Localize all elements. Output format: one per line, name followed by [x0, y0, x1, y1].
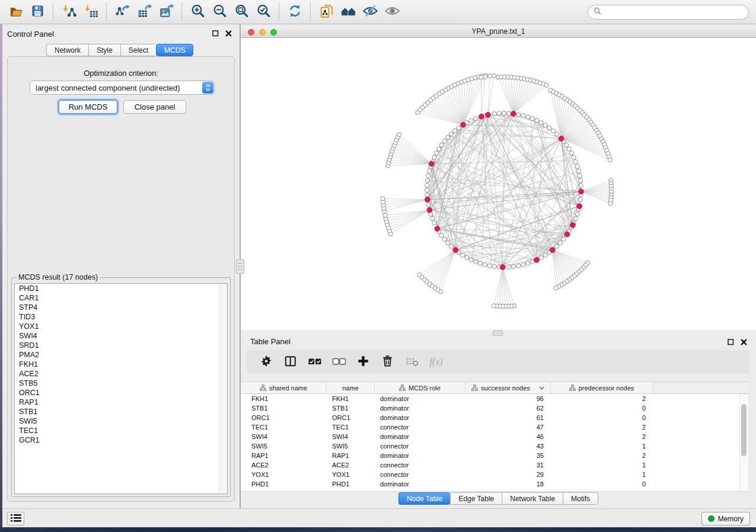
mcds-result-item[interactable]: STB5: [15, 379, 227, 388]
table-row[interactable]: STB1STB1dominator620: [241, 403, 748, 413]
optimization-criterion-select[interactable]: largest connected component (undirected): [30, 81, 215, 95]
run-mcds-button[interactable]: Run MCDS: [59, 100, 117, 114]
close-panel-button[interactable]: Close panel: [123, 100, 186, 114]
tab-style[interactable]: Style: [88, 44, 120, 56]
table-row[interactable]: PHD1PHD1dominator180: [241, 479, 748, 489]
table-panel-close-button[interactable]: [740, 338, 748, 346]
panel-splitter-handle[interactable]: [236, 259, 244, 274]
zoom-out-icon: [212, 4, 227, 20]
select-stepper-icon: [202, 82, 213, 94]
column-header-successor-nodes[interactable]: successor nodes: [465, 382, 551, 393]
control-panel-float-button[interactable]: [212, 30, 219, 37]
first-neighbors-icon: [340, 3, 356, 21]
select-all-button[interactable]: [302, 352, 327, 372]
first-neighbors-button[interactable]: [337, 2, 359, 22]
save-session-button[interactable]: [27, 2, 49, 22]
mcds-result-item[interactable]: STB1: [15, 407, 227, 416]
add-column-button[interactable]: [351, 352, 375, 372]
column-header-shared-name[interactable]: shared name: [241, 382, 327, 393]
minimize-traffic-light[interactable]: [259, 29, 266, 36]
mcds-result-item[interactable]: PMA2: [15, 350, 227, 360]
cell-shared-name: FKH1: [241, 394, 327, 403]
table-row[interactable]: ORC1ORC1dominator610: [241, 413, 748, 422]
export-network-button[interactable]: [111, 2, 133, 22]
column-header-MCDS-role[interactable]: MCDS role: [375, 382, 465, 393]
table-row[interactable]: RAP1RAP1dominator352: [241, 451, 748, 460]
zoom-in-button[interactable]: [187, 2, 209, 22]
close-traffic-light[interactable]: [248, 29, 254, 36]
show-all-button[interactable]: [381, 2, 403, 22]
tab-network-table[interactable]: Network Table: [502, 492, 563, 505]
mcds-result-item[interactable]: SRD1: [15, 341, 227, 350]
mcds-result-item[interactable]: GCR1: [15, 435, 227, 445]
import-network-button[interactable]: [58, 2, 80, 22]
clone-network-button[interactable]: [315, 2, 337, 22]
deselect-all-icon: [332, 354, 346, 370]
table-row[interactable]: TEC1TEC1connector472: [241, 422, 748, 432]
tab-motifs[interactable]: Motifs: [563, 492, 598, 505]
hide-selected-button[interactable]: [359, 2, 381, 22]
cell-name: YOX1: [327, 470, 375, 479]
table-row[interactable]: FKH1FKH1dominator962: [241, 394, 748, 403]
open-file-button[interactable]: [5, 2, 27, 22]
mcds-result-item[interactable]: ORC1: [15, 388, 227, 398]
table-row[interactable]: ACE2ACE2connector311: [241, 460, 748, 470]
tab-edge-table[interactable]: Edge Table: [450, 492, 502, 505]
mcds-result-item[interactable]: SWI5: [15, 416, 227, 426]
table-splitter-handle[interactable]: [493, 330, 503, 336]
zoom-fit-button[interactable]: [231, 2, 253, 22]
mcds-result-item[interactable]: RAP1: [15, 398, 227, 407]
mcds-result-item[interactable]: PHD1: [15, 284, 227, 293]
table-row[interactable]: SWI5SWI5connector431: [241, 441, 748, 451]
mcds-result-item[interactable]: YOX1: [15, 322, 227, 331]
sort-chevron-icon[interactable]: [539, 386, 544, 390]
table-scrollbar-track[interactable]: [739, 394, 748, 491]
tab-node-table[interactable]: Node Table: [398, 492, 451, 505]
export-table-button[interactable]: [133, 2, 155, 22]
table-row[interactable]: YOX1YOX1connector291: [241, 470, 748, 479]
tab-mcds[interactable]: MCDS: [156, 44, 193, 56]
import-table-button[interactable]: [80, 2, 102, 22]
control-panel-close-button[interactable]: [225, 30, 232, 37]
cell-shared-name: SWI4: [241, 432, 327, 441]
memory-button[interactable]: Memory: [701, 512, 750, 525]
settings-button[interactable]: [254, 352, 278, 372]
search-box[interactable]: [588, 5, 749, 20]
memory-status-icon: [708, 515, 714, 522]
refresh-button[interactable]: [284, 2, 306, 22]
table-scrollbar-thumb[interactable]: [741, 404, 747, 456]
task-history-button[interactable]: [7, 512, 24, 525]
application-window: Control Panel NetworkStyleSelectMCDS Opt…: [0, 0, 756, 532]
cell-MCDS-role: connector: [375, 470, 465, 479]
function-builder-icon: f(x): [429, 357, 442, 367]
columns-button[interactable]: [278, 352, 302, 372]
export-image-button[interactable]: [155, 2, 177, 22]
mcds-result-item[interactable]: ACE2: [15, 369, 227, 379]
delete-table-button[interactable]: [400, 352, 424, 372]
control-panel-title: Control Panel: [7, 30, 54, 39]
tab-select[interactable]: Select: [120, 44, 156, 56]
mcds-result-item[interactable]: TEC1: [15, 426, 227, 435]
mcds-result-item[interactable]: TID3: [15, 312, 227, 322]
mcds-result-item[interactable]: STP4: [15, 303, 227, 312]
column-header-predecessor-nodes[interactable]: predecessor nodes: [551, 382, 653, 393]
table-row[interactable]: SWI4SWI4dominator462: [241, 432, 748, 441]
function-builder-button[interactable]: f(x): [424, 352, 448, 372]
mcds-result-item[interactable]: FKH1: [15, 360, 227, 369]
zoom-selected-button[interactable]: [253, 2, 275, 22]
table-panel-float-button[interactable]: [727, 338, 735, 346]
mcds-result-item[interactable]: CAR1: [15, 293, 227, 303]
tab-network[interactable]: Network: [46, 44, 88, 56]
status-bar: Memory: [2, 508, 756, 527]
deselect-all-button[interactable]: [327, 352, 351, 372]
mcds-result-item[interactable]: SWI4: [15, 331, 227, 341]
network-window-titlebar[interactable]: YPA_prune.txt_1: [241, 27, 756, 38]
network-canvas[interactable]: [241, 38, 756, 330]
delete-column-button[interactable]: [375, 352, 400, 372]
mcds-list-scrollbar[interactable]: [219, 284, 227, 493]
zoom-traffic-light[interactable]: [270, 29, 277, 36]
column-header-name[interactable]: name: [327, 382, 375, 393]
search-input[interactable]: [605, 7, 743, 17]
cell-name: SWI5: [327, 441, 375, 451]
zoom-out-button[interactable]: [209, 2, 231, 22]
